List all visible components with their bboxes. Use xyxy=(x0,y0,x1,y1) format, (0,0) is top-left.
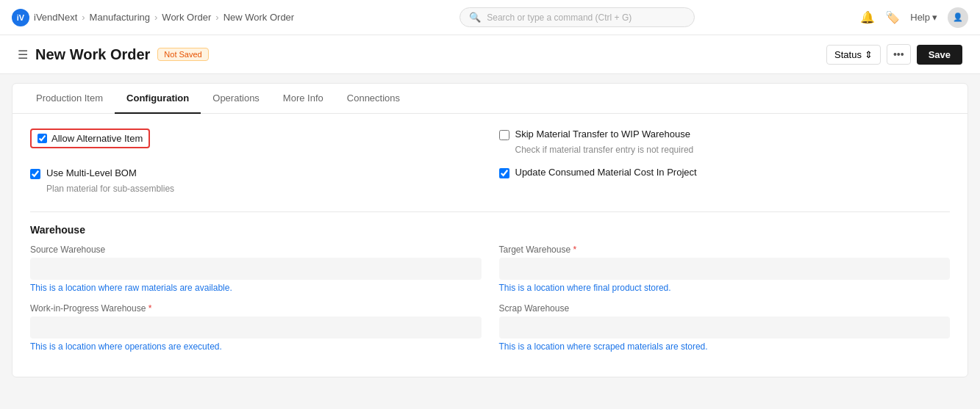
target-warehouse-hint: This is a location where final product s… xyxy=(499,283,951,293)
search-area: 🔍 Search or type a command (Ctrl + G) xyxy=(459,7,695,27)
topnav: iV iVendNext › Manufacturing › Work Orde… xyxy=(0,0,980,35)
source-warehouse-group: Source Warehouse This is a location wher… xyxy=(30,245,482,293)
left-options: Allow Alternative Item Use Multi-Level B… xyxy=(30,129,482,206)
breadcrumb-work-order[interactable]: Work Order xyxy=(162,12,211,23)
warehouse-right: Target Warehouse * This is a location wh… xyxy=(499,245,951,362)
skip-material-transfer-hint: Check if material transfer entry is not … xyxy=(515,145,951,155)
main-content: Production Item Configuration Operations… xyxy=(12,83,968,377)
status-button[interactable]: Status ⇕ xyxy=(826,45,881,65)
scrap-warehouse-input[interactable] xyxy=(499,316,951,339)
top-options-section: Allow Alternative Item Use Multi-Level B… xyxy=(30,129,950,206)
tab-more-info[interactable]: More Info xyxy=(271,84,335,114)
more-options-button[interactable]: ••• xyxy=(887,44,911,65)
use-multi-level-bom-group: Use Multi-Level BOM Plan material for su… xyxy=(30,167,482,194)
help-label: Help xyxy=(910,12,930,23)
target-warehouse-group: Target Warehouse * This is a location wh… xyxy=(499,245,951,293)
target-required-marker: * xyxy=(573,245,576,255)
allow-alternative-item-label: Allow Alternative Item xyxy=(51,133,143,144)
skip-material-transfer-row: Skip Material Transfer to WIP Warehouse xyxy=(499,129,951,140)
tabs: Production Item Configuration Operations… xyxy=(12,84,968,114)
update-material-cost-group: Update Consumed Material Cost In Project xyxy=(499,167,951,178)
source-warehouse-label: Source Warehouse xyxy=(30,245,482,255)
skip-material-transfer-checkbox[interactable] xyxy=(499,130,509,140)
sidebar-toggle[interactable]: ☰ xyxy=(18,48,28,62)
target-warehouse-label: Target Warehouse * xyxy=(499,245,951,255)
avatar[interactable]: 👤 xyxy=(948,7,968,28)
allow-alternative-item-group: Allow Alternative Item xyxy=(30,129,482,157)
tab-configuration[interactable]: Configuration xyxy=(115,84,201,114)
section-divider xyxy=(30,211,950,212)
bookmark-icon[interactable]: 🏷️ xyxy=(885,10,900,24)
warehouse-fields: Source Warehouse This is a location wher… xyxy=(30,245,950,362)
save-button[interactable]: Save xyxy=(917,45,962,65)
search-icon: 🔍 xyxy=(469,12,481,23)
page-header: ☰ New Work Order Not Saved Status ⇕ ••• … xyxy=(0,35,980,74)
allow-alternative-item-highlighted: Allow Alternative Item xyxy=(30,129,150,148)
skip-material-transfer-group: Skip Material Transfer to WIP Warehouse … xyxy=(499,129,951,155)
update-material-cost-row: Update Consumed Material Cost In Project xyxy=(499,167,951,178)
breadcrumb-area: iV iVendNext › Manufacturing › Work Orde… xyxy=(12,9,294,26)
warehouse-section: Warehouse Source Warehouse This is a loc… xyxy=(30,224,950,362)
app-name[interactable]: iVendNext xyxy=(34,12,77,23)
update-material-cost-checkbox[interactable] xyxy=(499,168,509,178)
page-header-right: Status ⇕ ••• Save xyxy=(826,44,962,65)
source-warehouse-input[interactable] xyxy=(30,258,482,280)
page-title: New Work Order xyxy=(35,46,150,63)
wip-warehouse-group: Work-in-Progress Warehouse * This is a l… xyxy=(30,303,482,352)
help-button[interactable]: Help ▾ xyxy=(910,12,937,23)
allow-alternative-item-checkbox[interactable] xyxy=(37,134,47,143)
tab-production-item[interactable]: Production Item xyxy=(24,84,115,114)
form-content: Allow Alternative Item Use Multi-Level B… xyxy=(12,114,968,377)
wip-warehouse-label: Work-in-Progress Warehouse * xyxy=(30,303,482,314)
use-multi-level-bom-checkbox[interactable] xyxy=(30,169,40,179)
wip-required-marker: * xyxy=(149,303,152,314)
page-header-left: ☰ New Work Order Not Saved xyxy=(18,46,209,63)
use-multi-level-bom-hint: Plan material for sub-assemblies xyxy=(46,184,482,194)
update-material-cost-label: Update Consumed Material Cost In Project xyxy=(515,167,697,178)
wip-warehouse-input[interactable] xyxy=(30,316,482,339)
target-warehouse-input[interactable] xyxy=(499,258,951,280)
tab-operations[interactable]: Operations xyxy=(201,84,271,114)
status-label: Status xyxy=(834,49,862,60)
source-warehouse-hint: This is a location where raw materials a… xyxy=(30,283,482,293)
right-options: Skip Material Transfer to WIP Warehouse … xyxy=(499,129,951,206)
notifications-icon[interactable]: 🔔 xyxy=(860,10,875,24)
sep2: › xyxy=(154,12,157,23)
search-bar[interactable]: 🔍 Search or type a command (Ctrl + G) xyxy=(459,7,695,27)
sep3: › xyxy=(215,12,218,23)
use-multi-level-bom-row: Use Multi-Level BOM xyxy=(30,167,482,179)
use-multi-level-bom-label: Use Multi-Level BOM xyxy=(46,167,137,178)
tab-connections[interactable]: Connections xyxy=(335,84,412,114)
scrap-warehouse-hint: This is a location where scraped materia… xyxy=(499,341,951,352)
app-logo[interactable]: iV xyxy=(12,9,29,26)
warehouse-section-title: Warehouse xyxy=(30,224,950,236)
breadcrumb-manufacturing[interactable]: Manufacturing xyxy=(90,12,150,23)
nav-actions: 🔔 🏷️ Help ▾ 👤 xyxy=(860,7,968,28)
sep1: › xyxy=(82,12,85,23)
scrap-warehouse-label: Scrap Warehouse xyxy=(499,303,951,314)
scrap-warehouse-group: Scrap Warehouse This is a location where… xyxy=(499,303,951,352)
status-badge: Not Saved xyxy=(157,48,208,61)
status-chevron-icon: ⇕ xyxy=(865,49,873,60)
breadcrumb-current: New Work Order xyxy=(223,12,295,23)
wip-warehouse-hint: This is a location where operations are … xyxy=(30,341,482,352)
warehouse-left: Source Warehouse This is a location wher… xyxy=(30,245,482,362)
help-chevron-icon: ▾ xyxy=(932,12,937,23)
skip-material-transfer-label: Skip Material Transfer to WIP Warehouse xyxy=(515,129,690,140)
search-placeholder: Search or type a command (Ctrl + G) xyxy=(487,12,632,23)
